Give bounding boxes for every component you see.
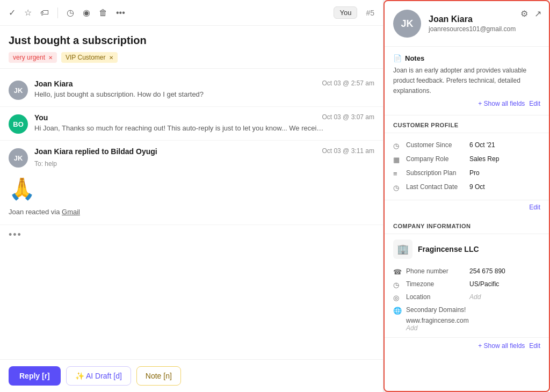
subscription-label: Subscription Plan — [406, 169, 465, 177]
tag-vip-label: VIP Customer — [66, 54, 105, 61]
domain-item-1: www.fragincense.com — [406, 317, 540, 324]
message-sender-1: Joan Kiara — [34, 79, 73, 88]
company-icon-box: 🏢 — [393, 239, 412, 259]
company-role-icon: ▦ — [393, 156, 402, 164]
more-dots[interactable]: ••• — [0, 225, 383, 245]
message-expanded[interactable]: JK Joan Kiara replied to Bildad Oyugi Oc… — [0, 141, 383, 225]
trash-icon[interactable]: 🗑 — [99, 8, 107, 18]
right-panel: ➤ JK Joan Kiara joanresources101@gmail.c… — [383, 0, 550, 392]
company-field-timezone: ◷ Timezone US/Pacific — [393, 278, 540, 291]
show-all-notes-button[interactable]: + Show all fields — [478, 100, 525, 107]
contact-header: JK Joan Kiara joanresources101@gmail.com… — [385, 1, 549, 47]
profile-field-customer-since: ◷ Customer Since 6 Oct '21 — [393, 139, 540, 153]
profile-field-last-contact: ◷ Last Contact Date 9 Oct — [393, 180, 540, 194]
message-item[interactable]: JK Joan Kiara Oct 03 @ 2:57 am Hello, ju… — [0, 73, 383, 107]
subject-title: Just bought a subscription — [9, 34, 374, 47]
message-time-2: Oct 03 @ 3:07 am — [322, 113, 374, 121]
last-contact-label: Last Contact Date — [406, 183, 465, 191]
company-name: Fragincense LLC — [418, 245, 479, 253]
message-sender-2: You — [34, 113, 48, 122]
domains-list: www.fragincense.com Add — [393, 317, 540, 332]
company-row: 🏢 Fragincense LLC — [393, 239, 540, 259]
message-preview-1: Hello, just bought a subscription. How d… — [34, 90, 374, 98]
notes-section: 📄 Notes Joan is an early adopter and pro… — [385, 47, 549, 115]
company-section-footer: + Show all fields Edit — [385, 338, 549, 355]
last-contact-value: 9 Oct — [469, 183, 485, 191]
toolbar-divider — [57, 8, 58, 18]
phone-label: Phone number — [406, 267, 465, 275]
domains-label: Secondary Domains! — [406, 306, 466, 314]
reaction-emoji: 🙏 — [9, 176, 374, 201]
clock-icon[interactable]: ◷ — [67, 8, 74, 18]
contact-email: joanresources101@gmail.com — [429, 25, 540, 33]
company-role-label: Company Role — [406, 155, 465, 163]
edit-profile-button[interactable]: Edit — [529, 204, 540, 211]
tag-vip-close[interactable]: ✕ — [109, 55, 113, 61]
reaction-text: Joan reacted via Gmail — [9, 208, 374, 216]
phone-value: 254 675 890 — [469, 267, 505, 275]
phone-icon: ☎ — [393, 268, 402, 276]
note-button[interactable]: Note [n] — [136, 366, 181, 386]
tags-row: very urgent ✕ VIP Customer ✕ — [9, 52, 374, 63]
message-item-2[interactable]: BO You Oct 03 @ 3:07 am Hi Joan, Thanks … — [0, 107, 383, 141]
message-to: To: help — [34, 160, 374, 168]
show-all-company-button[interactable]: + Show all fields — [478, 342, 525, 350]
profile-field-subscription: ≡ Subscription Plan Pro — [393, 166, 540, 180]
tag-vip[interactable]: VIP Customer ✕ — [61, 52, 117, 63]
profile-footer: Edit — [385, 200, 549, 216]
customer-since-icon: ◷ — [393, 142, 402, 150]
message-body-2: You Oct 03 @ 3:07 am Hi Joan, Thanks so … — [34, 113, 374, 134]
ai-draft-button[interactable]: ✨ AI Draft [d] — [66, 366, 131, 386]
tag-urgent[interactable]: very urgent ✕ — [9, 52, 57, 63]
customer-since-label: Customer Since — [406, 141, 465, 149]
domains-icon: 🌐 — [393, 307, 402, 315]
notes-title: Notes — [405, 54, 424, 62]
export-icon[interactable]: ↗ — [534, 9, 541, 19]
tag-urgent-close[interactable]: ✕ — [48, 55, 53, 61]
notes-text: Joan is an early adopter and provides va… — [393, 66, 540, 97]
message-preview-2: Hi Joan, Thanks so much for reaching out… — [34, 124, 374, 132]
company-section: 🏢 Fragincense LLC ☎ Phone number 254 675… — [385, 234, 549, 338]
message-body-1: Joan Kiara Oct 03 @ 2:57 am Hello, just … — [34, 79, 374, 100]
notes-icon: 📄 — [393, 54, 402, 62]
messages-area[interactable]: JK Joan Kiara Oct 03 @ 2:57 am Hello, ju… — [0, 69, 383, 359]
reaction-link[interactable]: Gmail — [62, 208, 80, 216]
timer-icon[interactable]: ◉ — [83, 8, 90, 18]
star-icon[interactable]: ☆ — [24, 8, 32, 18]
notes-footer: + Show all fields Edit — [393, 100, 540, 107]
avatar-you: BO — [9, 114, 28, 134]
edit-notes-button[interactable]: Edit — [529, 100, 540, 107]
check-icon[interactable]: ✓ — [9, 8, 16, 18]
customer-profile-header: CUSTOMER PROFILE — [385, 115, 549, 133]
timezone-label: Timezone — [406, 280, 465, 288]
company-field-domains: 🌐 Secondary Domains! — [393, 304, 540, 317]
expanded-message-time: Oct 03 @ 3:11 am — [322, 147, 374, 155]
domain-add[interactable]: Add — [406, 324, 540, 332]
notes-header: 📄 Notes — [393, 54, 540, 62]
left-panel: ✓ ☆ 🏷 ◷ ◉ 🗑 ••• You #5 Just bought a sub… — [0, 0, 383, 392]
assignee-badge[interactable]: You — [334, 6, 357, 19]
company-info-header: COMPANY INFORMATION — [385, 216, 549, 234]
company-role-value: Sales Rep — [469, 155, 499, 163]
edit-company-button[interactable]: Edit — [529, 342, 540, 350]
reply-bar: Reply [r] ✨ AI Draft [d] Note [n] — [0, 359, 383, 392]
subject-area: Just bought a subscription very urgent ✕… — [0, 26, 383, 69]
main-container: ✓ ☆ 🏷 ◷ ◉ 🗑 ••• You #5 Just bought a sub… — [0, 0, 550, 392]
location-add[interactable]: Add — [469, 293, 481, 301]
expanded-message-header: Joan Kiara replied to Bildad Oyugi Oct 0… — [34, 147, 374, 156]
reply-button[interactable]: Reply [r] — [9, 366, 61, 386]
subscription-icon: ≡ — [393, 170, 402, 178]
customer-since-value: 6 Oct '21 — [469, 141, 495, 149]
tag-icon[interactable]: 🏷 — [40, 8, 49, 18]
message-time-1: Oct 03 @ 2:57 am — [322, 79, 374, 87]
more-icon[interactable]: ••• — [116, 8, 125, 18]
profile-field-company-role: ▦ Company Role Sales Rep — [393, 153, 540, 166]
expanded-message-sender: Joan Kiara replied to Bildad Oyugi — [34, 147, 157, 156]
last-contact-icon: ◷ — [393, 184, 402, 192]
filter-icon[interactable]: ⚙ — [520, 9, 528, 19]
avatar-joan-2: JK — [9, 148, 28, 168]
company-field-location: ◎ Location Add — [393, 291, 540, 304]
tag-urgent-label: very urgent — [13, 54, 45, 61]
customer-profile-section: ◷ Customer Since 6 Oct '21 ▦ Company Rol… — [385, 133, 549, 200]
contact-avatar: JK — [393, 10, 421, 38]
